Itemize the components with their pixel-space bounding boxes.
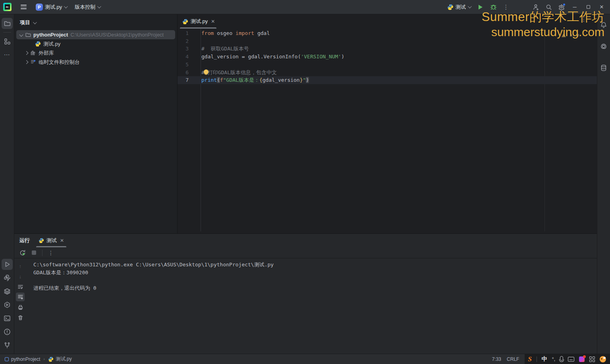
code-line[interactable]: 5 bbox=[178, 61, 597, 69]
search-icon bbox=[545, 4, 552, 11]
expand-arrow-icon[interactable] bbox=[25, 51, 29, 55]
line-ending[interactable]: CRLF bbox=[507, 356, 519, 362]
right-activity-bar bbox=[597, 14, 610, 354]
rerun-button[interactable] bbox=[17, 248, 28, 258]
vcs-label: 版本控制 bbox=[75, 4, 95, 11]
libraries-icon bbox=[30, 50, 36, 56]
more-tool-windows-button[interactable]: ⋯ bbox=[2, 49, 13, 60]
code-line[interactable]: 4gdal_version = gdal.VersionInfo('VERSIO… bbox=[178, 53, 597, 61]
project-badge: P bbox=[36, 4, 43, 11]
line-number: 5 bbox=[178, 61, 201, 69]
project-root-name: pythonProject bbox=[33, 32, 68, 38]
line-number: 3 bbox=[178, 45, 201, 53]
restore-button[interactable] bbox=[582, 2, 594, 12]
code-line[interactable]: 6# 打印GDAL版本信息，包含中文 bbox=[178, 69, 597, 77]
tab-options-button[interactable]: ⋮ bbox=[581, 16, 587, 23]
expand-arrow-icon[interactable] bbox=[19, 33, 23, 37]
console-line: C:\software\Python312\python.exe C:\User… bbox=[33, 261, 597, 269]
python-packages-button[interactable] bbox=[2, 286, 13, 297]
stop-button[interactable] bbox=[29, 248, 39, 258]
run-tool-button[interactable] bbox=[2, 259, 13, 270]
console-output[interactable]: C:\software\Python312\python.exe C:\User… bbox=[26, 258, 597, 354]
project-panel-header[interactable]: 项目 bbox=[14, 17, 177, 30]
printer-icon bbox=[17, 304, 23, 310]
intention-bulb-icon[interactable] bbox=[204, 69, 208, 74]
services-tool-button[interactable] bbox=[2, 299, 13, 310]
main-menu-button[interactable] bbox=[18, 2, 29, 12]
run-button[interactable] bbox=[475, 2, 486, 12]
tree-row-file[interactable]: 测试.py bbox=[14, 39, 177, 48]
breadcrumb-file[interactable]: 测试.py bbox=[56, 356, 72, 362]
project-panel-title: 项目 bbox=[20, 19, 30, 26]
next-occurrence-button[interactable]: ↓ bbox=[16, 272, 25, 281]
chevron-down-icon bbox=[64, 4, 68, 8]
close-button[interactable]: ✕ bbox=[596, 2, 608, 12]
soft-wrap-button[interactable] bbox=[16, 282, 25, 291]
keyboard-icon[interactable] bbox=[568, 357, 574, 362]
project-tool-button[interactable] bbox=[2, 18, 13, 29]
editor-tab-bar: 测试.py ✕ ⋮ bbox=[178, 14, 597, 29]
scroll-to-end-button[interactable] bbox=[16, 293, 25, 301]
ime-punctuation-mode[interactable]: °, bbox=[552, 356, 555, 362]
expand-arrow-icon[interactable] bbox=[25, 60, 29, 64]
editor[interactable]: 测试.py ✕ ⋮ ∧ ∨ 1from osgeo import gdal2 3… bbox=[178, 14, 597, 233]
toolbar-divider bbox=[42, 250, 42, 256]
ai-assistant-button[interactable] bbox=[598, 41, 609, 52]
line-number: 1 bbox=[178, 29, 201, 37]
run-config-selector[interactable]: 测试 bbox=[444, 2, 473, 12]
notification-dot bbox=[563, 3, 566, 6]
problems-tool-button[interactable] bbox=[2, 326, 13, 337]
run-tab[interactable]: 测试 ✕ bbox=[35, 234, 67, 247]
tree-row-scratches[interactable]: 临时文件和控制台 bbox=[14, 58, 177, 67]
tree-row-external-libraries[interactable]: 外部库 bbox=[14, 48, 177, 58]
print-button[interactable] bbox=[16, 303, 25, 312]
chevron-down-icon bbox=[468, 4, 472, 8]
more-actions-button[interactable]: ⋮ bbox=[500, 2, 512, 12]
run-more-options-button[interactable]: ⋮ bbox=[46, 248, 56, 258]
code-with-me-button[interactable] bbox=[531, 2, 542, 12]
search-everywhere-button[interactable] bbox=[543, 2, 554, 12]
code-area[interactable]: 1from osgeo import gdal2 3# 获取GDAL版本号4gd… bbox=[178, 29, 597, 233]
run-window-icon bbox=[4, 261, 11, 268]
project-widget[interactable]: P 测试.py bbox=[33, 2, 69, 12]
database-button[interactable] bbox=[598, 62, 609, 73]
version-control-tool-button[interactable] bbox=[2, 340, 13, 351]
code-line[interactable]: 1from osgeo import gdal bbox=[178, 29, 597, 37]
debug-button[interactable] bbox=[488, 2, 499, 12]
settings-button[interactable] bbox=[556, 2, 567, 12]
run-panel: 运行 测试 ✕ ⋮ ↑ ↓ bbox=[14, 233, 597, 354]
tree-row-project-root[interactable]: pythonProject C:\Users\ASUS\Desktop\1\py… bbox=[16, 30, 175, 39]
skin-icon[interactable] bbox=[579, 356, 585, 362]
toolbox-grid-icon[interactable] bbox=[589, 356, 595, 362]
breadcrumb-separator: › bbox=[42, 357, 45, 361]
breadcrumb-project[interactable]: pythonProject bbox=[11, 356, 40, 362]
ime-mascot-icon[interactable] bbox=[600, 356, 606, 362]
problems-icon bbox=[4, 328, 11, 335]
notifications-button[interactable] bbox=[598, 19, 609, 31]
line-number: 4 bbox=[178, 53, 201, 61]
cursor-position[interactable]: 7:33 bbox=[492, 356, 501, 362]
close-tab-icon[interactable]: ✕ bbox=[59, 238, 64, 243]
prev-occurrence-button[interactable]: ↑ bbox=[16, 262, 25, 270]
rerun-icon bbox=[19, 250, 26, 256]
console-line: GDAL版本是：3090200 bbox=[33, 269, 597, 277]
code-line[interactable]: 3# 获取GDAL版本号 bbox=[178, 45, 597, 53]
sogou-logo-icon[interactable]: S bbox=[528, 355, 531, 363]
clear-all-button[interactable] bbox=[16, 313, 25, 322]
chevron-down-icon bbox=[97, 4, 101, 8]
ime-language-mode[interactable]: 中 bbox=[542, 356, 547, 363]
scratches-label: 临时文件和控制台 bbox=[39, 59, 80, 66]
code-line[interactable]: 7print(f"GDAL版本是：{gdal_version}") bbox=[178, 76, 597, 84]
python-icon bbox=[48, 356, 54, 362]
microphone-icon[interactable] bbox=[560, 356, 563, 361]
structure-tool-button[interactable] bbox=[2, 36, 13, 47]
minimize-button[interactable]: ─ bbox=[569, 2, 581, 12]
external-libraries-label: 外部库 bbox=[39, 50, 54, 57]
close-tab-icon[interactable]: ✕ bbox=[210, 19, 215, 24]
code-line[interactable]: 2 bbox=[178, 37, 597, 45]
editor-tab[interactable]: 测试.py ✕ bbox=[178, 14, 219, 29]
vcs-widget[interactable]: 版本控制 bbox=[72, 2, 103, 12]
python-console-button[interactable] bbox=[2, 272, 13, 283]
ime-divider bbox=[537, 356, 537, 362]
terminal-tool-button[interactable] bbox=[2, 313, 13, 324]
